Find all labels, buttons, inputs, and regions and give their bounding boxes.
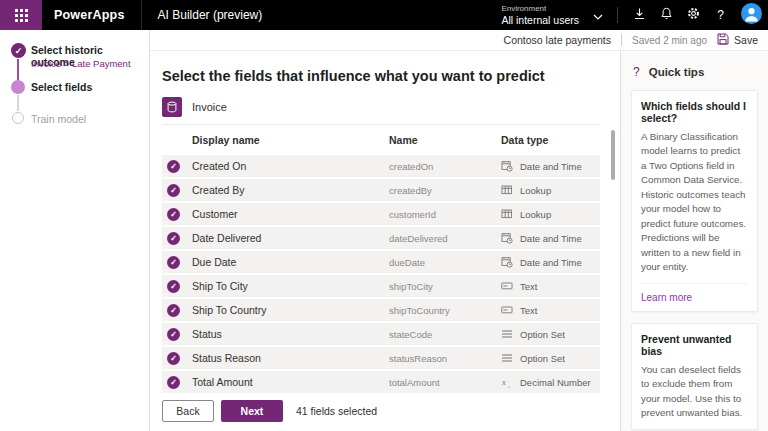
table-row[interactable]: Customer customerId Lookup bbox=[162, 203, 600, 225]
row-check-icon[interactable] bbox=[167, 376, 180, 389]
back-button[interactable]: Back bbox=[162, 400, 214, 422]
field-data-type-label: Date and Time bbox=[520, 257, 582, 268]
step-current-dot-icon bbox=[11, 80, 25, 94]
lookup-icon bbox=[501, 209, 514, 220]
lookup-icon bbox=[501, 185, 514, 196]
top-app-bar: PowerApps AI Builder (preview) Environme… bbox=[0, 0, 768, 30]
table-row[interactable]: Ship To Country shipToCountry Text bbox=[162, 299, 600, 321]
row-check-icon[interactable] bbox=[167, 304, 180, 317]
field-name: shipToCountry bbox=[389, 305, 501, 316]
table-row[interactable]: Date Delivered dateDelivered Date and Ti… bbox=[162, 227, 600, 249]
row-check-icon[interactable] bbox=[167, 352, 180, 365]
model-name: Contoso late payments bbox=[504, 34, 611, 46]
environment-selector[interactable]: Environment All internal users bbox=[501, 4, 603, 25]
field-data-type-label: Text bbox=[520, 305, 537, 316]
entity-name: Invoice bbox=[192, 101, 227, 113]
saved-status: Saved 2 min ago bbox=[632, 35, 707, 46]
field-table: Display name Name Data type Created On c… bbox=[162, 124, 600, 393]
main-panel: Select the fields that influence what yo… bbox=[150, 51, 620, 431]
environment-value: All internal users bbox=[501, 14, 579, 26]
page-title: Select the fields that influence what yo… bbox=[162, 68, 620, 84]
help-button[interactable]: ? bbox=[707, 0, 734, 30]
avatar bbox=[741, 3, 762, 28]
step-breadcrumb[interactable]: Invoice > Late Payment bbox=[31, 58, 131, 69]
field-data-type-label: Lookup bbox=[520, 185, 551, 196]
app-launcher-button[interactable] bbox=[0, 0, 42, 30]
tip-card-bias: Prevent unwanted bias You can deselect f… bbox=[631, 323, 758, 430]
row-check-icon[interactable] bbox=[167, 184, 180, 197]
field-display-name: Status bbox=[192, 328, 389, 340]
table-row[interactable]: Due Date dueDate Date and Time bbox=[162, 251, 600, 273]
column-display-name: Display name bbox=[192, 134, 389, 146]
module-title: AI Builder (preview) bbox=[141, 0, 279, 30]
chevron-down-icon bbox=[593, 6, 603, 24]
calendar-clock-icon bbox=[501, 257, 514, 268]
row-check-icon[interactable] bbox=[167, 232, 180, 245]
waffle-icon bbox=[14, 8, 29, 23]
field-display-name: Customer bbox=[192, 208, 389, 220]
text-field-icon bbox=[501, 305, 514, 316]
database-icon bbox=[162, 97, 182, 117]
field-data-type-label: Text bbox=[520, 281, 537, 292]
table-row[interactable]: Ship To City shipToCity Text bbox=[162, 275, 600, 297]
wizard-sidebar: Select historic outcome Invoice > Late P… bbox=[0, 30, 150, 431]
product-name[interactable]: PowerApps bbox=[42, 8, 141, 22]
step-select-fields[interactable]: Select fields bbox=[31, 81, 92, 93]
bell-icon bbox=[660, 6, 673, 24]
row-check-icon[interactable] bbox=[167, 280, 180, 293]
field-name: shipToCity bbox=[389, 281, 501, 292]
tip-card-title: Prevent unwanted bias bbox=[641, 333, 748, 357]
row-check-icon[interactable] bbox=[167, 160, 180, 173]
notifications-button[interactable] bbox=[653, 0, 680, 30]
table-row[interactable]: Created By createdBy Lookup bbox=[162, 179, 600, 201]
step-complete-check-icon bbox=[11, 43, 26, 58]
wizard-stepper: Select historic outcome Invoice > Late P… bbox=[0, 30, 149, 170]
column-name: Name bbox=[389, 134, 501, 146]
save-button[interactable]: Save bbox=[717, 33, 758, 47]
question-mark-icon: ? bbox=[633, 65, 640, 79]
svg-text:x: x bbox=[501, 377, 506, 387]
field-display-name: Due Date bbox=[192, 256, 389, 268]
table-row[interactable]: Status Reason statusReason Option Set bbox=[162, 347, 600, 369]
table-scrollbar-thumb[interactable] bbox=[611, 130, 615, 180]
row-check-icon[interactable] bbox=[167, 328, 180, 341]
svg-text:,: , bbox=[508, 380, 510, 388]
quick-tips-panel: ? Quick tips Which fields should I selec… bbox=[620, 51, 768, 431]
field-data-type-label: Option Set bbox=[520, 329, 565, 340]
field-display-name: Created On bbox=[192, 160, 389, 172]
entity-row: Invoice bbox=[162, 97, 620, 117]
command-bar-divider bbox=[621, 34, 622, 46]
next-button[interactable]: Next bbox=[221, 400, 283, 422]
quick-tips-title: Quick tips bbox=[649, 66, 705, 78]
step-train-model: Train model bbox=[31, 113, 86, 125]
settings-button[interactable] bbox=[680, 0, 707, 30]
account-button[interactable] bbox=[734, 3, 768, 28]
row-check-icon[interactable] bbox=[167, 256, 180, 269]
tip-card-body: You can deselect fields to exclude them … bbox=[641, 363, 748, 421]
learn-more-link[interactable]: Learn more bbox=[641, 283, 748, 303]
save-label: Save bbox=[734, 34, 758, 46]
table-row[interactable]: Status stateCode Option Set bbox=[162, 323, 600, 345]
field-display-name: Ship To City bbox=[192, 280, 389, 292]
step-upcoming-dot-icon bbox=[12, 112, 24, 124]
field-data-type-label: Date and Time bbox=[520, 161, 582, 172]
download-button[interactable] bbox=[626, 0, 653, 30]
selection-summary: 41 fields selected bbox=[296, 405, 377, 417]
table-header: Display name Name Data type bbox=[162, 125, 600, 155]
field-display-name: Total Amount bbox=[192, 376, 389, 388]
field-display-name: Ship To Country bbox=[192, 304, 389, 316]
table-row[interactable]: Total Amount totalAmount x, Decimal Numb… bbox=[162, 371, 600, 393]
field-name: dueDate bbox=[389, 257, 501, 268]
field-data-type-label: Lookup bbox=[520, 209, 551, 220]
field-display-name: Date Delivered bbox=[192, 232, 389, 244]
command-bar: Contoso late payments Saved 2 min ago Sa… bbox=[150, 30, 768, 51]
field-name: createdBy bbox=[389, 185, 501, 196]
topbar-divider bbox=[617, 7, 618, 23]
question-mark-icon: ? bbox=[717, 8, 724, 22]
row-check-icon[interactable] bbox=[167, 208, 180, 221]
field-display-name: Status Reason bbox=[192, 352, 389, 364]
table-row[interactable]: Created On createdOn Date and Time bbox=[162, 155, 600, 177]
tip-card-fields: Which fields should I select? A Binary C… bbox=[631, 90, 758, 312]
option-set-icon bbox=[501, 353, 514, 364]
text-field-icon bbox=[501, 281, 514, 292]
